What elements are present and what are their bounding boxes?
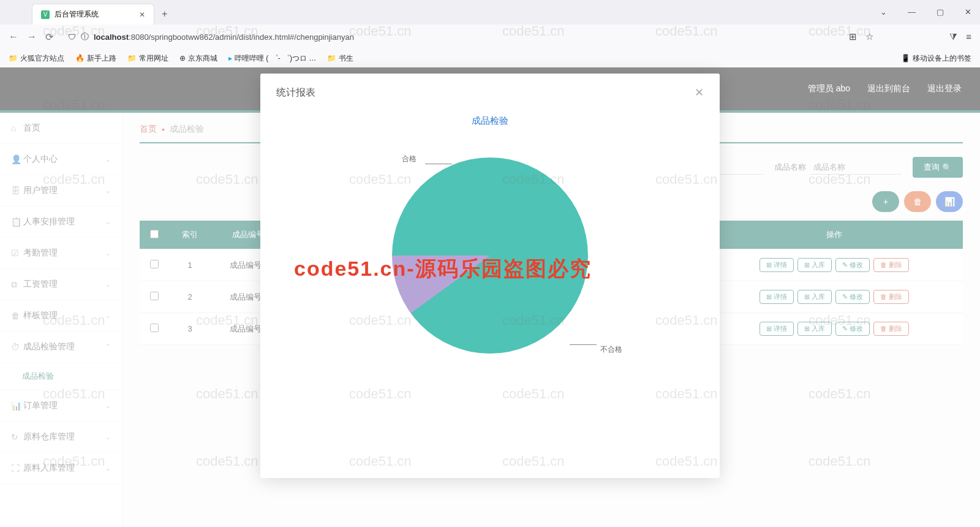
tab-title: 后台管理系统 [55, 9, 99, 20]
mobile-bookmarks[interactable]: 📱移动设备上的书签 [901, 53, 971, 64]
qr-icon[interactable]: ⊞ [849, 31, 857, 42]
legend-pass: 合格 [402, 154, 417, 164]
extension-icon[interactable]: ⧩ [949, 31, 957, 42]
bookmark-item[interactable]: 火狐官方站点 [9, 53, 64, 64]
chart-title: 成品检验 [276, 115, 704, 127]
reload-icon[interactable]: ⟳ [45, 31, 53, 43]
url-bar: ← → ⟳ 🛡 ⓘ localhost:8080/springbootww862… [0, 25, 980, 49]
back-icon[interactable]: ← [9, 31, 18, 42]
bookmark-bar: 火狐官方站点 🔥新手上路 常用网址 ⊕京东商城 ▸哔哩哔哩 ( ゜- ゜)つロ … [0, 49, 980, 67]
browser-chrome: ⌄ — ▢ ✕ V 后台管理系统 ✕ + ← → ⟳ 🛡 ⓘ localhost… [0, 0, 980, 67]
shield-icon: 🛡 [68, 32, 76, 42]
menu-icon[interactable]: ≡ [966, 31, 971, 42]
modal-overlay: 统计报表 ✕ 成品检验 合格 不合格 [0, 67, 980, 527]
pie-chart: 合格 不合格 [392, 157, 588, 354]
close-window-icon[interactable]: ✕ [965, 7, 971, 17]
star-icon[interactable]: ☆ [865, 31, 873, 42]
bookmark-item[interactable]: 🔥新手上路 [75, 53, 116, 64]
close-tab-icon[interactable]: ✕ [139, 10, 145, 19]
address-bar[interactable]: 🛡 ⓘ localhost:8080/springbootww862/admin… [62, 28, 840, 45]
minimize-icon[interactable]: — [908, 7, 916, 17]
maximize-icon[interactable]: ▢ [937, 7, 944, 17]
vue-icon: V [41, 10, 50, 19]
bookmark-item[interactable]: 常用网址 [127, 53, 168, 64]
modal-title: 统计报表 [276, 86, 315, 99]
bookmark-item[interactable]: ⊕京东商城 [179, 53, 217, 64]
window-controls: ⌄ — ▢ ✕ [880, 7, 971, 17]
bookmark-item[interactable]: 书生 [327, 53, 353, 64]
bookmark-item[interactable]: ▸哔哩哔哩 ( ゜- ゜)つロ … [228, 53, 316, 64]
new-tab-button[interactable]: + [154, 4, 175, 25]
close-icon[interactable]: ✕ [695, 86, 704, 99]
lock-icon: ⓘ [81, 31, 89, 42]
browser-tab[interactable]: V 后台管理系统 ✕ [32, 4, 154, 25]
legend-fail: 不合格 [600, 344, 622, 355]
chevron-down-icon[interactable]: ⌄ [880, 7, 887, 17]
tab-bar: V 后台管理系统 ✕ + [0, 0, 980, 25]
forward-icon[interactable]: → [27, 31, 37, 42]
stats-modal: 统计报表 ✕ 成品检验 合格 不合格 [260, 74, 720, 478]
